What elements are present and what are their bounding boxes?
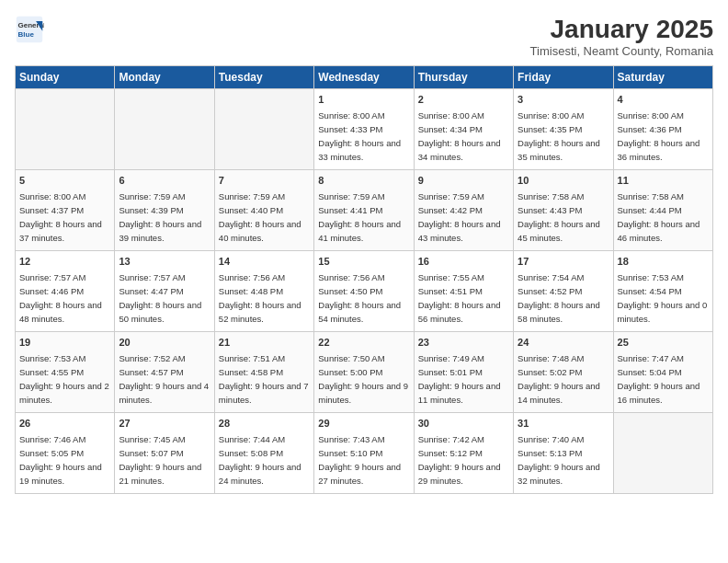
- day-number: 18: [618, 255, 709, 269]
- calendar-cell: [613, 413, 712, 494]
- calendar-cell: 3 Sunrise: 8:00 AMSunset: 4:35 PMDayligh…: [514, 89, 613, 170]
- week-row-3: 12 Sunrise: 7:57 AMSunset: 4:46 PMDaylig…: [16, 251, 713, 332]
- calendar-cell: 1 Sunrise: 8:00 AMSunset: 4:33 PMDayligh…: [314, 89, 414, 170]
- day-info: Sunrise: 7:48 AMSunset: 5:02 PMDaylight:…: [518, 353, 600, 404]
- week-row-5: 26 Sunrise: 7:46 AMSunset: 5:05 PMDaylig…: [16, 413, 713, 494]
- calendar-cell: 23 Sunrise: 7:49 AMSunset: 5:01 PMDaylig…: [414, 332, 513, 413]
- calendar-cell: 20 Sunrise: 7:52 AMSunset: 4:57 PMDaylig…: [115, 332, 214, 413]
- day-number: 5: [19, 174, 110, 188]
- day-number: 19: [19, 336, 110, 350]
- calendar-cell: 8 Sunrise: 7:59 AMSunset: 4:41 PMDayligh…: [314, 170, 414, 251]
- day-number: 30: [418, 417, 509, 431]
- day-number: 8: [318, 174, 409, 188]
- logo-icon: General Blue: [15, 15, 44, 44]
- day-info: Sunrise: 7:49 AMSunset: 5:01 PMDaylight:…: [418, 353, 501, 404]
- calendar-cell: 16 Sunrise: 7:55 AMSunset: 4:51 PMDaylig…: [414, 251, 513, 332]
- day-info: Sunrise: 7:46 AMSunset: 5:05 PMDaylight:…: [19, 434, 102, 485]
- day-info: Sunrise: 7:53 AMSunset: 4:54 PMDaylight:…: [618, 272, 708, 323]
- calendar-cell: 13 Sunrise: 7:57 AMSunset: 4:47 PMDaylig…: [115, 251, 214, 332]
- weekday-header-friday: Friday: [514, 66, 613, 89]
- day-info: Sunrise: 7:53 AMSunset: 4:55 PMDaylight:…: [19, 353, 109, 404]
- day-number: 9: [418, 174, 509, 188]
- day-info: Sunrise: 7:57 AMSunset: 4:47 PMDaylight:…: [119, 272, 201, 323]
- logo: General Blue: [15, 15, 44, 44]
- day-number: 1: [318, 93, 409, 107]
- calendar-cell: 30 Sunrise: 7:42 AMSunset: 5:12 PMDaylig…: [414, 413, 513, 494]
- calendar-cell: [115, 89, 214, 170]
- calendar-cell: 27 Sunrise: 7:45 AMSunset: 5:07 PMDaylig…: [115, 413, 214, 494]
- week-row-2: 5 Sunrise: 8:00 AMSunset: 4:37 PMDayligh…: [16, 170, 713, 251]
- day-info: Sunrise: 7:55 AMSunset: 4:51 PMDaylight:…: [418, 272, 501, 323]
- day-number: 10: [518, 174, 609, 188]
- day-number: 4: [618, 93, 709, 107]
- day-info: Sunrise: 8:00 AMSunset: 4:37 PMDaylight:…: [19, 191, 102, 242]
- day-number: 25: [618, 336, 709, 350]
- calendar-cell: 25 Sunrise: 7:47 AMSunset: 5:04 PMDaylig…: [613, 332, 712, 413]
- calendar-cell: 2 Sunrise: 8:00 AMSunset: 4:34 PMDayligh…: [414, 89, 513, 170]
- calendar-cell: 12 Sunrise: 7:57 AMSunset: 4:46 PMDaylig…: [16, 251, 115, 332]
- day-info: Sunrise: 7:47 AMSunset: 5:04 PMDaylight:…: [618, 353, 700, 404]
- day-number: 2: [418, 93, 509, 107]
- calendar-cell: 31 Sunrise: 7:40 AMSunset: 5:13 PMDaylig…: [514, 413, 613, 494]
- day-number: 17: [518, 255, 609, 269]
- weekday-header-sunday: Sunday: [16, 66, 115, 89]
- location-subtitle: Timisesti, Neamt County, Romania: [530, 44, 713, 58]
- title-block: January 2025 Timisesti, Neamt County, Ro…: [530, 15, 713, 58]
- day-info: Sunrise: 7:54 AMSunset: 4:52 PMDaylight:…: [518, 272, 600, 323]
- day-number: 29: [318, 417, 409, 431]
- calendar-cell: 26 Sunrise: 7:46 AMSunset: 5:05 PMDaylig…: [16, 413, 115, 494]
- calendar-cell: 9 Sunrise: 7:59 AMSunset: 4:42 PMDayligh…: [414, 170, 513, 251]
- calendar-cell: 14 Sunrise: 7:56 AMSunset: 4:48 PMDaylig…: [214, 251, 313, 332]
- calendar-cell: [16, 89, 115, 170]
- day-number: 11: [618, 174, 709, 188]
- day-info: Sunrise: 7:59 AMSunset: 4:40 PMDaylight:…: [219, 191, 301, 242]
- day-info: Sunrise: 7:40 AMSunset: 5:13 PMDaylight:…: [518, 434, 600, 485]
- calendar-cell: 5 Sunrise: 8:00 AMSunset: 4:37 PMDayligh…: [16, 170, 115, 251]
- day-info: Sunrise: 8:00 AMSunset: 4:36 PMDaylight:…: [618, 110, 700, 161]
- calendar-cell: 4 Sunrise: 8:00 AMSunset: 4:36 PMDayligh…: [613, 89, 712, 170]
- day-number: 20: [119, 336, 210, 350]
- calendar-cell: 15 Sunrise: 7:56 AMSunset: 4:50 PMDaylig…: [314, 251, 414, 332]
- weekday-header-thursday: Thursday: [414, 66, 513, 89]
- day-info: Sunrise: 7:43 AMSunset: 5:10 PMDaylight:…: [318, 434, 401, 485]
- calendar-cell: 28 Sunrise: 7:44 AMSunset: 5:08 PMDaylig…: [214, 413, 313, 494]
- week-row-4: 19 Sunrise: 7:53 AMSunset: 4:55 PMDaylig…: [16, 332, 713, 413]
- day-number: 12: [19, 255, 110, 269]
- calendar-cell: 24 Sunrise: 7:48 AMSunset: 5:02 PMDaylig…: [514, 332, 613, 413]
- calendar-cell: 29 Sunrise: 7:43 AMSunset: 5:10 PMDaylig…: [314, 413, 414, 494]
- day-number: 16: [418, 255, 509, 269]
- day-number: 28: [219, 417, 310, 431]
- day-info: Sunrise: 7:44 AMSunset: 5:08 PMDaylight:…: [219, 434, 301, 485]
- calendar-cell: 11 Sunrise: 7:58 AMSunset: 4:44 PMDaylig…: [613, 170, 712, 251]
- day-info: Sunrise: 8:00 AMSunset: 4:35 PMDaylight:…: [518, 110, 600, 161]
- day-number: 15: [318, 255, 409, 269]
- day-info: Sunrise: 8:00 AMSunset: 4:34 PMDaylight:…: [418, 110, 501, 161]
- weekday-header-wednesday: Wednesday: [314, 66, 414, 89]
- day-number: 6: [119, 174, 210, 188]
- day-info: Sunrise: 8:00 AMSunset: 4:33 PMDaylight:…: [318, 110, 401, 161]
- day-info: Sunrise: 7:42 AMSunset: 5:12 PMDaylight:…: [418, 434, 501, 485]
- calendar-cell: 19 Sunrise: 7:53 AMSunset: 4:55 PMDaylig…: [16, 332, 115, 413]
- calendar-cell: 17 Sunrise: 7:54 AMSunset: 4:52 PMDaylig…: [514, 251, 613, 332]
- day-info: Sunrise: 7:57 AMSunset: 4:46 PMDaylight:…: [19, 272, 102, 323]
- day-info: Sunrise: 7:45 AMSunset: 5:07 PMDaylight:…: [119, 434, 201, 485]
- month-title: January 2025: [530, 15, 713, 44]
- day-number: 24: [518, 336, 609, 350]
- day-number: 31: [518, 417, 609, 431]
- calendar-cell: 22 Sunrise: 7:50 AMSunset: 5:00 PMDaylig…: [314, 332, 414, 413]
- weekday-header-saturday: Saturday: [613, 66, 712, 89]
- day-number: 7: [219, 174, 310, 188]
- calendar-cell: 7 Sunrise: 7:59 AMSunset: 4:40 PMDayligh…: [214, 170, 313, 251]
- day-number: 3: [518, 93, 609, 107]
- day-number: 21: [219, 336, 310, 350]
- day-info: Sunrise: 7:59 AMSunset: 4:39 PMDaylight:…: [119, 191, 201, 242]
- calendar-table: SundayMondayTuesdayWednesdayThursdayFrid…: [15, 65, 713, 494]
- day-number: 22: [318, 336, 409, 350]
- calendar-cell: 10 Sunrise: 7:58 AMSunset: 4:43 PMDaylig…: [514, 170, 613, 251]
- day-number: 14: [219, 255, 310, 269]
- day-number: 13: [119, 255, 210, 269]
- day-number: 26: [19, 417, 110, 431]
- day-info: Sunrise: 7:56 AMSunset: 4:50 PMDaylight:…: [318, 272, 401, 323]
- page-header: General Blue January 2025 Timisesti, Nea…: [15, 15, 713, 58]
- day-info: Sunrise: 7:58 AMSunset: 4:44 PMDaylight:…: [618, 191, 700, 242]
